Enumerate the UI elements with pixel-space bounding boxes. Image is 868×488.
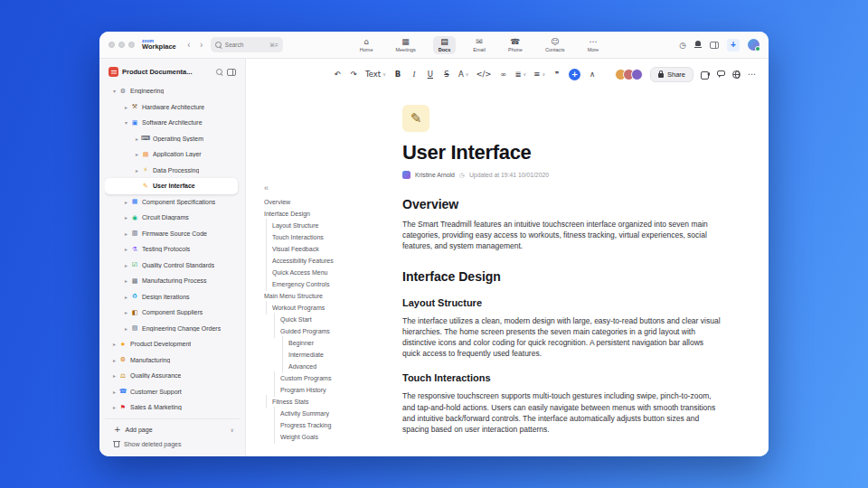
collapse-toolbar-button[interactable]: ∧: [588, 70, 597, 79]
user-avatar[interactable]: [748, 39, 760, 51]
expand-chevron-icon[interactable]: [133, 151, 141, 157]
bold-button[interactable]: B: [393, 70, 402, 79]
expand-chevron-icon[interactable]: [110, 88, 118, 94]
sidebar-page-item[interactable]: ⚖ Quality Assurance: [105, 368, 238, 384]
outline-item[interactable]: Beginner: [264, 337, 368, 349]
expand-chevron-icon[interactable]: [110, 404, 118, 410]
sidebar-page-item[interactable]: ♻ Design Iterations: [105, 289, 238, 305]
text-color-button[interactable]: A: [458, 70, 469, 79]
document-section[interactable]: The responsive touchscreen supports mult…: [402, 390, 723, 434]
outline-item[interactable]: Fitness Stats: [264, 396, 368, 408]
outline-item[interactable]: Activity Summary: [264, 408, 368, 419]
expand-chevron-icon[interactable]: [122, 246, 130, 252]
expand-chevron-icon[interactable]: [122, 214, 130, 221]
document-section[interactable]: Layout Structure: [402, 297, 723, 308]
outline-item[interactable]: Interface Design: [264, 208, 368, 220]
collapse-outline-icon[interactable]: «: [264, 183, 273, 192]
expand-chevron-icon[interactable]: [122, 230, 130, 237]
sidebar-page-item[interactable]: ▤ Application Layer: [105, 146, 238, 163]
minimize-button[interactable]: [118, 42, 125, 48]
expand-chevron-icon[interactable]: [122, 199, 130, 205]
outline-item[interactable]: Accessibility Features: [264, 255, 368, 267]
document-section[interactable]: Touch Interactions: [402, 372, 723, 383]
share-button[interactable]: Share: [650, 67, 693, 82]
maximize-button[interactable]: [128, 42, 135, 48]
notifications-bell-icon[interactable]: [694, 41, 702, 49]
outline-item[interactable]: Touch Interactions: [264, 231, 368, 243]
workspace-title[interactable]: Product Documenta...: [122, 68, 212, 76]
document-section[interactable]: The Smart Treadmill features an intuitiv…: [402, 219, 723, 251]
language-globe-icon[interactable]: [732, 70, 741, 79]
sidebar-page-item[interactable]: ▣ Software Architecture: [105, 115, 238, 131]
expand-chevron-icon[interactable]: [122, 309, 130, 315]
outline-item[interactable]: Intermediate: [264, 349, 368, 361]
add-page-button[interactable]: + Add page ∨: [105, 422, 240, 436]
sidebar-page-item[interactable]: ◧ Component Suppliers: [105, 305, 238, 321]
tab-docs[interactable]: ▤ Docs: [433, 36, 456, 54]
forward-button[interactable]: ›: [198, 40, 205, 50]
document-title[interactable]: User Interface: [402, 141, 723, 164]
tab-phone[interactable]: ☎ Phone: [503, 36, 528, 54]
tab-contacts[interactable]: ☺ Contacts: [540, 36, 571, 54]
more-options-icon[interactable]: ⋯: [748, 70, 756, 79]
outline-item[interactable]: Quick Start: [264, 314, 368, 325]
outline-item[interactable]: Progress Tracking: [264, 419, 368, 431]
sidebar-page-item[interactable]: ⚗ Testing Protocols: [105, 241, 238, 258]
panel-toggle-icon[interactable]: [710, 42, 719, 49]
outline-item[interactable]: Weight Goals: [264, 431, 368, 443]
document-section[interactable]: The interface utilizes a clean, modern d…: [402, 315, 723, 359]
italic-button[interactable]: I: [410, 70, 419, 79]
sidebar-page-item[interactable]: ⚒ Hardware Architecture: [105, 99, 238, 116]
comment-button[interactable]: ❞: [552, 70, 561, 79]
expand-chevron-icon[interactable]: [110, 357, 118, 363]
expand-chevron-icon[interactable]: [122, 104, 130, 110]
underline-button[interactable]: U: [426, 70, 435, 79]
redo-button[interactable]: ↷: [349, 70, 358, 79]
outline-item[interactable]: Workout Programs: [264, 302, 368, 314]
global-search[interactable]: ⌘F: [211, 37, 283, 52]
expand-chevron-icon[interactable]: [122, 262, 130, 268]
sidebar-page-item[interactable]: ☎ Customer Support: [105, 384, 238, 400]
comments-icon[interactable]: [717, 70, 725, 78]
video-call-icon[interactable]: [701, 71, 710, 78]
outline-item[interactable]: Overview: [264, 196, 368, 208]
sidebar-search-icon[interactable]: [216, 69, 223, 76]
close-button[interactable]: [108, 42, 115, 48]
sidebar-page-item[interactable]: ★ Product Development: [105, 336, 238, 352]
outline-item[interactable]: Program History: [264, 384, 368, 396]
sidebar-page-item[interactable]: ⌨ Operating System: [105, 131, 238, 147]
outline-item[interactable]: Advanced: [264, 361, 368, 372]
tab-email[interactable]: ✉ Email: [467, 36, 491, 54]
document-canvas[interactable]: ✎ User Interface Kristine Arnold ◷ Updat…: [368, 89, 769, 456]
sidebar-page-item[interactable]: ✎ User Interface: [105, 178, 238, 194]
outline-item[interactable]: Guided Programs: [264, 325, 368, 337]
back-button[interactable]: ‹: [185, 40, 193, 50]
document-section[interactable]: Overview: [402, 197, 723, 211]
document-section[interactable]: Interface Design: [402, 269, 723, 284]
sidebar-page-item[interactable]: ▥ Firmware Source Code: [105, 226, 238, 242]
expand-chevron-icon[interactable]: [110, 372, 118, 379]
text-style-dropdown[interactable]: Text: [365, 70, 386, 79]
expand-chevron-icon[interactable]: [110, 389, 118, 395]
expand-chevron-icon[interactable]: [110, 341, 118, 347]
tab-more[interactable]: ⋯ More: [582, 36, 605, 54]
tab-home[interactable]: ⌂ Home: [354, 36, 379, 54]
sidebar-page-item[interactable]: ⚡ Data Processing: [105, 163, 238, 179]
outline-item[interactable]: Visual Feedback: [264, 243, 368, 255]
document-emoji-icon[interactable]: ✎: [402, 105, 429, 132]
outline-item[interactable]: Layout Structure: [264, 220, 368, 231]
expand-chevron-icon[interactable]: [122, 277, 130, 284]
expand-chevron-icon[interactable]: [133, 136, 141, 142]
strikethrough-button[interactable]: S: [442, 70, 451, 79]
sidebar-page-item[interactable]: ▦ Component Specifications: [105, 194, 238, 211]
search-input[interactable]: [225, 42, 263, 48]
expand-chevron-icon[interactable]: [122, 325, 130, 332]
outline-item[interactable]: Emergency Controls: [264, 278, 368, 290]
chevron-down-icon[interactable]: ∨: [231, 427, 234, 433]
outline-item[interactable]: Quick Access Menu: [264, 267, 368, 278]
expand-chevron-icon[interactable]: [122, 119, 130, 126]
collaborator-avatar[interactable]: [631, 69, 643, 80]
insert-plus-button[interactable]: +: [569, 69, 580, 80]
new-item-button[interactable]: +: [727, 39, 740, 52]
undo-button[interactable]: ↶: [333, 70, 342, 79]
